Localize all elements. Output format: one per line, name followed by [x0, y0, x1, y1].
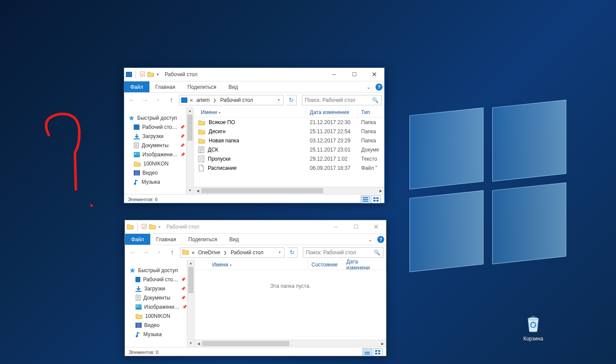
- breadcrumb-segment[interactable]: Рабочий стол: [219, 97, 254, 103]
- tab-home[interactable]: Главная: [149, 81, 182, 92]
- content-h-scrollbar[interactable]: ◀▶: [195, 340, 386, 347]
- nav-forward-button[interactable]: →: [141, 247, 151, 258]
- close-button[interactable]: ✕: [366, 220, 386, 233]
- view-large-icons-button[interactable]: [371, 195, 381, 203]
- sidebar-item[interactable]: Изображени…📌: [124, 150, 193, 159]
- tab-view[interactable]: Вид: [222, 81, 244, 92]
- file-row[interactable]: Десигн25.11.2017 22:54Папка: [194, 127, 384, 136]
- recycle-bin-label: Корзина: [516, 336, 551, 342]
- ribbon-expand-icon[interactable]: ⌄: [365, 234, 376, 245]
- titlebar[interactable]: ▼ Рабочий стол ─ ☐ ✕: [124, 68, 384, 81]
- svg-rect-41: [141, 323, 142, 328]
- address-bar[interactable]: « artem ❯ Рабочий стол ▾: [179, 95, 284, 105]
- nav-recent-dropdown[interactable]: ▾: [153, 95, 163, 105]
- sidebar-item[interactable]: Рабочий сто…📌: [125, 275, 194, 284]
- ribbon-expand-icon[interactable]: ⌄: [363, 81, 374, 92]
- refresh-button[interactable]: ↻: [286, 95, 297, 105]
- column-name[interactable]: Имени▴: [194, 107, 306, 117]
- view-details-button[interactable]: [362, 348, 372, 356]
- help-button[interactable]: ?: [376, 234, 386, 245]
- address-dropdown-icon[interactable]: ▾: [276, 98, 281, 102]
- chevron-right-icon[interactable]: ❯: [223, 250, 228, 255]
- address-location-icon: [182, 249, 189, 256]
- maximize-button[interactable]: ☐: [346, 220, 366, 233]
- pin-icon: 📌: [180, 125, 185, 129]
- sidebar-item[interactable]: Изображени…📌: [125, 302, 194, 311]
- view-details-button[interactable]: [361, 195, 370, 203]
- sidebar-quick-access[interactable]: Быстрый доступ: [125, 266, 194, 275]
- nav-forward-button[interactable]: →: [140, 95, 150, 105]
- nav-up-button[interactable]: ↑: [167, 247, 177, 258]
- chevron-right-icon[interactable]: ❯: [212, 98, 217, 102]
- file-row[interactable]: ДСК25.11.2017 23:01Докуме: [194, 145, 384, 154]
- breadcrumb-segment[interactable]: OneDrive: [197, 249, 221, 256]
- sidebar-item[interactable]: 100NIKON: [125, 311, 194, 320]
- sidebar-quick-access[interactable]: Быстрый доступ: [124, 113, 193, 122]
- file-row[interactable]: Всякое ПО21.12.2017 22:30Папка: [194, 118, 384, 127]
- help-button[interactable]: ?: [374, 81, 384, 92]
- address-dropdown-icon[interactable]: ▾: [277, 250, 282, 254]
- explorer-window-2: ▼ Рабочий стол ─ ☐ ✕ Файл Главная Подели…: [125, 220, 386, 356]
- sidebar-item[interactable]: Музыка: [124, 177, 193, 186]
- tab-share[interactable]: Поделиться: [181, 81, 222, 92]
- sidebar-item[interactable]: Рабочий сто…📌: [124, 122, 193, 131]
- sidebar-item[interactable]: Видео: [124, 168, 193, 177]
- column-type[interactable]: Тип: [358, 107, 384, 117]
- maximize-button[interactable]: ☐: [344, 68, 364, 81]
- column-state[interactable]: Состояние: [308, 260, 343, 270]
- sidebar-item[interactable]: Загрузки📌: [124, 131, 193, 141]
- qat-folder-icon[interactable]: [147, 71, 154, 78]
- pin-icon: 📌: [181, 286, 186, 291]
- sidebar-item[interactable]: Загрузки📌: [125, 284, 194, 293]
- search-input[interactable]: Поиск: Рабочий стол 🔍: [303, 247, 383, 258]
- tab-file[interactable]: Файл: [125, 234, 150, 245]
- column-date[interactable]: Дата изменени: [343, 260, 386, 270]
- file-row[interactable]: Пропуски29.12.2017 1:02Тексто: [194, 154, 384, 163]
- search-input[interactable]: Поиск: Рабочий стол 🔍: [302, 95, 382, 105]
- sidebar-item[interactable]: 100NIKON: [124, 159, 193, 168]
- file-list: Всякое ПО21.12.2017 22:30ПапкаДесигн25.1…: [194, 118, 384, 187]
- qat-folder-icon[interactable]: [149, 223, 156, 231]
- close-button[interactable]: ✕: [364, 68, 384, 81]
- tab-share[interactable]: Поделиться: [182, 234, 223, 245]
- nav-up-button[interactable]: ↑: [166, 95, 176, 105]
- breadcrumb-prefix: «: [191, 249, 196, 256]
- qat-dropdown-icon[interactable]: ▼: [156, 73, 159, 77]
- annotation-red-dot: [87, 201, 96, 210]
- minimize-button[interactable]: ─: [326, 220, 346, 233]
- column-date[interactable]: Дата изменения: [306, 107, 358, 117]
- svg-rect-4: [134, 138, 140, 139]
- minimize-button[interactable]: ─: [324, 68, 344, 81]
- sidebar-scrollbar[interactable]: ▲▼: [186, 107, 193, 194]
- sidebar-item[interactable]: Документы📌: [125, 293, 194, 302]
- sidebar-scrollbar[interactable]: ▲▼: [187, 260, 194, 347]
- address-bar[interactable]: « OneDrive ❯ Рабочий стол ▾: [180, 247, 284, 258]
- windows-logo-wallpaper: [410, 111, 566, 268]
- content-h-scrollbar[interactable]: ◀▶: [194, 187, 384, 194]
- svg-rect-28: [376, 197, 379, 199]
- svg-rect-29: [373, 200, 376, 202]
- sidebar-item[interactable]: Документы📌: [124, 141, 193, 150]
- qat-properties-icon[interactable]: [139, 71, 146, 78]
- svg-rect-26: [363, 201, 368, 202]
- titlebar[interactable]: ▼ Рабочий стол ─ ☐ ✕: [125, 220, 386, 233]
- breadcrumb-segment[interactable]: artem: [196, 97, 211, 103]
- column-name[interactable]: Имени▴: [195, 260, 308, 270]
- tab-file[interactable]: Файл: [124, 81, 149, 92]
- view-large-icons-button[interactable]: [373, 348, 382, 356]
- sidebar-item[interactable]: Видео: [125, 320, 194, 330]
- tab-view[interactable]: Вид: [223, 234, 245, 245]
- sidebar-item[interactable]: Музыка: [125, 330, 194, 339]
- tab-home[interactable]: Главная: [150, 234, 183, 245]
- nav-back-button[interactable]: ←: [128, 247, 138, 258]
- breadcrumb-segment[interactable]: Рабочий стол: [230, 249, 264, 256]
- nav-recent-dropdown[interactable]: ▾: [154, 247, 164, 258]
- qat-properties-icon[interactable]: [141, 223, 147, 231]
- file-row[interactable]: Новая папка03.12.2017 23:29Папка: [194, 136, 384, 145]
- nav-back-button[interactable]: ←: [127, 95, 137, 105]
- file-row[interactable]: Расписание06.09.2017 18:37Файл ": [194, 163, 384, 172]
- recycle-bin-desktop-icon[interactable]: Корзина: [516, 313, 551, 342]
- pin-icon: 📌: [180, 152, 185, 157]
- qat-dropdown-icon[interactable]: ▼: [158, 225, 161, 229]
- refresh-button[interactable]: ↻: [287, 247, 298, 258]
